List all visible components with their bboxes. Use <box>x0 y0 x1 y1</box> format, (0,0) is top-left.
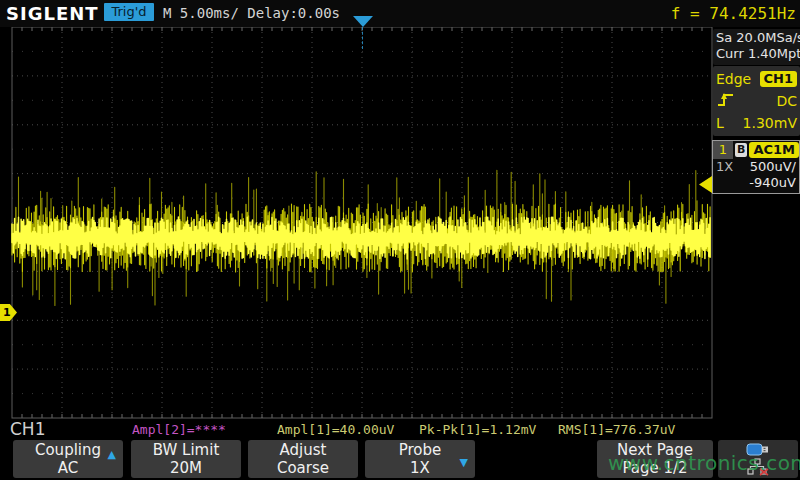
watermark: www.cntronics.com <box>608 451 800 475</box>
trigger-source-badge: CH1 <box>760 71 797 87</box>
menu-button-bw-limit[interactable]: BW Limit 20M <box>131 440 241 478</box>
menu-value: 1X <box>410 459 430 477</box>
down-arrow-icon: ▼ <box>460 454 468 472</box>
trigger-level-value: 1.30mV <box>743 115 797 131</box>
menu-button-probe[interactable]: Probe 1X ▼ <box>365 440 475 478</box>
memory-depth: Curr 1.40Mpts <box>716 46 800 62</box>
acquisition-info-card: Sa 20.0MSa/s Curr 1.40Mpts <box>713 29 800 65</box>
channel1-info-card[interactable]: 1 B AC1M 1X 500uV/ -940uV <box>712 140 800 194</box>
menu-value: 20M <box>170 459 202 477</box>
channel-label: CH1 <box>10 419 45 439</box>
channel-coupling-badge: AC1M <box>749 142 799 158</box>
trigger-level-label: L <box>716 115 724 131</box>
trigger-info-card[interactable]: Edge CH1 DC L 1.30mV <box>713 66 800 136</box>
measurement-ampl2: Ampl[2]=**** <box>132 422 226 437</box>
rising-edge-icon <box>716 91 736 111</box>
menu-label: Adjust <box>280 441 327 459</box>
graticule <box>0 0 800 480</box>
volts-per-div: 500uV/ <box>750 159 796 175</box>
measurement-pkpk1: Pk-Pk[1]=1.12mV <box>419 422 536 437</box>
channel-offset: -940uV <box>749 175 796 191</box>
trigger-mode-label: Edge <box>716 71 751 87</box>
up-arrow-icon: ▲ <box>108 446 116 464</box>
measurement-ampl1: Ampl[1]=40.00uV <box>277 422 394 437</box>
trigger-position-line <box>362 27 363 49</box>
bandwidth-limit-badge: B <box>735 143 747 157</box>
menu-label: Probe <box>399 441 442 459</box>
probe-attenuation: 1X <box>716 159 733 175</box>
menu-value: AC <box>58 459 78 477</box>
trigger-status-badge: Trig'd <box>104 3 154 21</box>
menu-value: Coarse <box>277 459 329 477</box>
menu-label: Coupling <box>35 441 101 459</box>
menu-label: BW Limit <box>153 441 220 459</box>
sample-rate: Sa 20.0MSa/s <box>716 30 800 46</box>
timebase-readout: M 5.00ms/ Delay:0.00s <box>163 5 340 21</box>
top-status-bar: SIGLENT Trig'd M 5.00ms/ Delay:0.00s f =… <box>0 0 800 27</box>
frequency-counter: f = 74.4251Hz <box>671 4 796 23</box>
siglent-logo: SIGLENT <box>6 3 99 24</box>
measurement-rms1: RMS[1]=776.37uV <box>558 422 675 437</box>
menu-button-adjust[interactable]: Adjust Coarse <box>248 440 358 478</box>
ch1-waveform <box>12 170 710 305</box>
trigger-coupling: DC <box>776 93 797 109</box>
menu-button-coupling[interactable]: Coupling AC ▲ <box>13 440 123 478</box>
channel-number: 1 <box>713 141 733 159</box>
